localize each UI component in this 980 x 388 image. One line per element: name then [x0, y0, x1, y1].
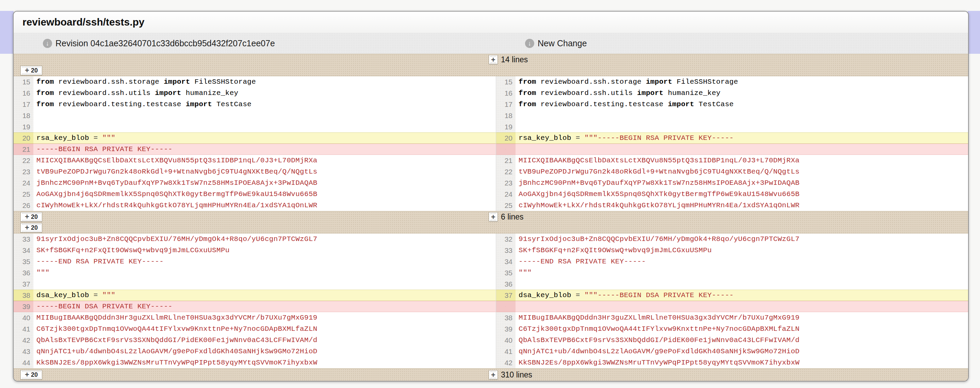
line-number-left[interactable]: 18: [14, 110, 33, 121]
code-segment: -----BEGIN DSA PRIVATE KEY-----: [37, 302, 172, 310]
line-number-left[interactable]: 19: [14, 121, 33, 132]
code-right: from reviewboard.ssh.storage import File…: [515, 76, 968, 87]
code-segment: from: [519, 89, 536, 97]
code-segment: SK+fSBGKFq+n2FxQIt9OWswQ+wbvq9jmJmLCGxuU…: [37, 246, 230, 254]
line-number-right[interactable]: 20: [496, 132, 515, 144]
line-number-right[interactable]: 34: [496, 256, 515, 267]
code-segment: rsa_key_blob: [37, 134, 94, 142]
code-segment: rsa_key_blob: [519, 134, 576, 142]
line-number-left[interactable]: 44: [14, 357, 33, 368]
code-segment: from: [37, 100, 54, 108]
line-number-right[interactable]: 39: [496, 323, 515, 335]
diff-line-row: 16from reviewboard.ssh.utils import huma…: [14, 87, 968, 99]
line-number-left[interactable]: 16: [14, 87, 33, 99]
revision-right: ↓ New Change: [496, 33, 968, 54]
collapsed-lines-label: 14 lines: [501, 55, 528, 64]
code-left: SK+fSBGKFq+n2FxQIt9OWswQ+wbvq9jmJmLCGxuU…: [33, 245, 496, 256]
code-segment: SK+fSBGKFq+n2FxQIt9OWswQ+wbvq9jmJmLCGxuU…: [519, 246, 712, 254]
code-segment: reviewboard.ssh.storage: [536, 78, 646, 86]
code-right: from reviewboard.ssh.utils import humani…: [515, 87, 968, 99]
line-number-left[interactable]: 23: [14, 166, 33, 177]
line-number-right[interactable]: 32: [496, 234, 515, 245]
line-number-left[interactable]: 42: [14, 335, 33, 346]
expand-20-lines-button[interactable]: +20: [21, 212, 42, 221]
line-number-right[interactable]: 36: [496, 278, 515, 289]
line-number-left[interactable]: 15: [14, 76, 33, 87]
line-number-right[interactable]: 17: [496, 99, 515, 110]
line-number-right[interactable]: 33: [496, 245, 515, 256]
expand-all-button[interactable]: +: [488, 212, 498, 221]
revision-row: ↓ Revision 04c1ae32640701c33d6bccb95d432…: [14, 33, 968, 54]
plus-icon: +: [25, 224, 29, 231]
diff-line-row: 20rsa_key_blob = """20rsa_key_blob = """…: [14, 132, 968, 144]
line-number-left[interactable]: 24: [14, 177, 33, 189]
line-number-left[interactable]: 39: [14, 301, 33, 312]
code-segment: reviewboard.ssh.utils: [54, 89, 155, 97]
code-left: from reviewboard.ssh.storage import File…: [33, 76, 496, 87]
line-number-left[interactable]: 33: [14, 234, 33, 245]
expand-20-lines-button[interactable]: +20: [21, 370, 42, 380]
line-number-right[interactable]: 15: [496, 76, 515, 87]
line-number-right[interactable]: 25: [496, 200, 515, 211]
line-number-left[interactable]: 34: [14, 245, 33, 256]
line-number-left[interactable]: 36: [14, 267, 33, 278]
code-left: [33, 110, 496, 121]
line-number-right[interactable]: 16: [496, 87, 515, 99]
line-number-left[interactable]: 35: [14, 256, 33, 267]
line-number-right: [496, 301, 515, 312]
code-segment: =: [576, 291, 585, 299]
expand-20-lines-button[interactable]: +20: [21, 66, 42, 75]
code-segment: reviewboard.testing.testcase: [536, 100, 668, 108]
code-left: rsa_key_blob = """: [33, 132, 496, 144]
line-number-left[interactable]: 25: [14, 189, 33, 200]
code-segment: TestCase: [694, 100, 733, 108]
line-number-left[interactable]: 40: [14, 312, 33, 323]
code-right: -----END RSA PRIVATE KEY-----: [515, 256, 968, 267]
line-number-right[interactable]: 37: [496, 289, 515, 301]
plus-icon: +: [491, 371, 495, 378]
line-number-left[interactable]: 26: [14, 200, 33, 211]
code-segment: qNnjATC1+ub/4dwnbO4sL2zlAoGAVM/g9ePoFxdl…: [519, 348, 800, 355]
code-segment: -----BEGIN RSA PRIVATE KEY-----: [37, 145, 172, 153]
code-segment: from: [519, 100, 536, 108]
line-number-right[interactable]: 23: [496, 177, 515, 189]
expand-all-button[interactable]: +: [488, 55, 498, 64]
line-number-right[interactable]: 41: [496, 346, 515, 357]
diff-line-row: 3736: [14, 278, 968, 289]
line-number-left[interactable]: 17: [14, 99, 33, 110]
line-number-left[interactable]: 20: [14, 132, 33, 144]
line-number-right[interactable]: 40: [496, 335, 515, 346]
code-segment: 91syrIxOdjoc3uB+Zn8CQQCpvbEXIU/76MH/yDmg…: [37, 235, 318, 243]
expand-20-lines-button[interactable]: +20: [21, 223, 42, 232]
line-number-left[interactable]: 37: [14, 278, 33, 289]
collapsed-lines-label: 6 lines: [501, 212, 523, 221]
diff-line-row: 21-----BEGIN RSA PRIVATE KEY-----: [14, 144, 968, 155]
code-left: jBnhczMC90PnM+Bvq6TyDaufXqYP7w8Xk1TsW7nz…: [33, 177, 496, 189]
line-number-left[interactable]: 41: [14, 323, 33, 335]
line-number-right[interactable]: 21: [496, 155, 515, 166]
diff-line-row: 25AoGAXgjbn4j6qSDRmemlkX5Spnq0SQhXTk0gyt…: [14, 189, 968, 200]
line-number-left[interactable]: 43: [14, 346, 33, 357]
diff-line-row: 17from reviewboard.testing.testcase impo…: [14, 99, 968, 110]
expand-step-count: 20: [31, 213, 38, 221]
code-left: dsa_key_blob = """: [33, 289, 496, 301]
code-segment: import: [155, 89, 181, 97]
code-segment: reviewboard.testing.testcase: [54, 100, 186, 108]
expand-all-button[interactable]: +: [488, 370, 498, 380]
code-segment: humanize_key: [181, 89, 239, 97]
line-number-left[interactable]: 21: [14, 144, 33, 155]
line-number-left[interactable]: 22: [14, 155, 33, 166]
line-number-right[interactable]: 42: [496, 357, 515, 368]
line-number-right[interactable]: 38: [496, 312, 515, 323]
code-segment: cIWyhMowEk+LkX/rhdstR4kQuhkgGtkO78YLjqmH…: [519, 202, 800, 209]
line-number-right[interactable]: 35: [496, 267, 515, 278]
band-row: +20: [14, 222, 968, 233]
diff-line-row: 39-----BEGIN DSA PRIVATE KEY-----: [14, 301, 968, 312]
line-number-right[interactable]: 24: [496, 189, 515, 200]
line-number-left[interactable]: 38: [14, 289, 33, 301]
line-number-right[interactable]: 18: [496, 110, 515, 121]
code-left: MIIBugIBAAKBgQDddn3Hr3guZXLlmRLlneT0HSUa…: [33, 312, 496, 323]
line-number-right[interactable]: 22: [496, 166, 515, 177]
line-number-right[interactable]: 19: [496, 121, 515, 132]
diff-line-row: 22MIICXQIBAAKBgQCsElbDaXtsLctXBQVu8N55pt…: [14, 155, 968, 166]
